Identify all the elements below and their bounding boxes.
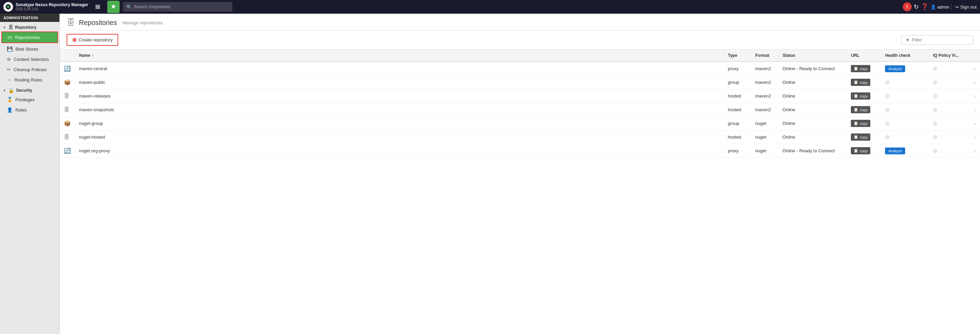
row-url: 📋 copy: [847, 130, 881, 144]
svg-point-1: [7, 5, 9, 8]
row-expand[interactable]: ›: [970, 89, 980, 103]
alert-button[interactable]: !: [903, 2, 912, 11]
sidebar-group-repository[interactable]: ▼ 🗄 Repository: [0, 22, 59, 32]
chevron-right-icon[interactable]: ›: [974, 121, 975, 126]
repo-type-icon: 📦: [64, 120, 71, 126]
row-icon-cell: 📦: [60, 117, 75, 130]
app-name: Sonatype Nexus Repository Manager OSS 3.…: [16, 2, 88, 11]
copy-url-button[interactable]: 📋 copy: [851, 133, 870, 141]
col-header-name[interactable]: Name ↑: [75, 50, 724, 62]
col-header-type[interactable]: Type: [724, 50, 751, 62]
sidebar-item-privileges-label: Privileges: [15, 97, 35, 102]
row-name: maven-snapshots: [75, 103, 724, 117]
analyze-button[interactable]: Analyze: [885, 66, 905, 72]
sidebar-item-content-selectors[interactable]: ⊛ Content Selectors: [0, 54, 59, 64]
repo-type-icon: 🗄: [64, 134, 69, 140]
analyze-button[interactable]: Analyze: [885, 147, 905, 154]
sidebar-group-security[interactable]: ▼ 🔒 Security: [0, 85, 59, 94]
roles-icon: 👤: [7, 107, 13, 113]
copy-url-button[interactable]: 📋 copy: [851, 65, 870, 72]
sidebar-item-content-selectors-label: Content Selectors: [14, 57, 49, 62]
row-expand[interactable]: ›: [970, 62, 980, 76]
signout-button[interactable]: ↪ Sign out: [951, 5, 977, 10]
row-type: proxy: [724, 62, 751, 76]
chevron-right-icon[interactable]: ›: [974, 80, 975, 85]
row-expand[interactable]: ›: [970, 117, 980, 130]
iq-disabled-icon: ⊘: [933, 148, 937, 153]
col-iq-label: IQ Policy Vi...: [933, 53, 959, 58]
row-iq-policy: ⊘: [929, 76, 970, 89]
col-header-health-check[interactable]: Health check: [881, 50, 929, 62]
col-header-url[interactable]: URL: [847, 50, 881, 62]
col-header-format[interactable]: Format: [751, 50, 778, 62]
row-url: 📋 copy: [847, 144, 881, 158]
iq-disabled-icon: ⊘: [933, 66, 937, 72]
search-input[interactable]: [134, 5, 229, 9]
sidebar: Administration ▼ 🗄 Repository 🗃 Reposito…: [0, 14, 60, 334]
arrow-down-icon: ▼: [3, 26, 6, 29]
main-layout: Administration ▼ 🗄 Repository 🗃 Reposito…: [0, 14, 980, 334]
row-expand[interactable]: ›: [970, 103, 980, 117]
row-expand[interactable]: ›: [970, 130, 980, 144]
search-bar[interactable]: 🔍: [123, 2, 232, 12]
row-status: Online: [778, 130, 847, 144]
help-button[interactable]: ❓: [921, 3, 928, 11]
sidebar-item-cleanup-policies[interactable]: ✏ Cleanup Policies: [0, 64, 59, 75]
col-header-iq-policy[interactable]: IQ Policy Vi...: [929, 50, 970, 62]
sidebar-item-roles[interactable]: 👤 Roles: [0, 105, 59, 115]
copy-icon: 📋: [854, 80, 858, 85]
refresh-button[interactable]: ↻: [914, 3, 919, 11]
row-health-check: ⊘: [881, 76, 929, 89]
copy-url-button[interactable]: 📋 copy: [851, 147, 870, 154]
chevron-right-icon[interactable]: ›: [974, 66, 975, 72]
chevron-right-icon[interactable]: ›: [974, 134, 975, 140]
table-row: 🔄 nuget.org-proxy proxy nuget Online - R…: [60, 144, 980, 158]
chevron-right-icon[interactable]: ›: [974, 93, 975, 99]
row-format: nuget: [751, 117, 778, 130]
chevron-right-icon[interactable]: ›: [974, 148, 975, 153]
sidebar-item-repositories[interactable]: 🗃 Repositories: [2, 32, 58, 43]
row-expand[interactable]: ›: [970, 144, 980, 158]
repository-group-icon: 🗄: [8, 25, 13, 30]
row-name: nuget-group: [75, 117, 724, 130]
filter-input[interactable]: [912, 37, 969, 42]
copy-url-button[interactable]: 📋 copy: [851, 106, 870, 113]
sidebar-item-blob-stores[interactable]: 💾 Blob Stores: [0, 44, 59, 54]
row-icon-cell: 🗄: [60, 89, 75, 103]
chevron-right-icon[interactable]: ›: [974, 107, 975, 113]
col-header-arrow: [970, 50, 980, 62]
copy-label: copy: [860, 149, 867, 153]
sidebar-item-privileges[interactable]: 🏅 Privileges: [0, 94, 59, 105]
table-body: 🔄 maven-central proxy maven2 Online - Re…: [60, 62, 980, 158]
copy-label: copy: [860, 121, 867, 126]
table-row: 🗄 nuget-hosted hosted nuget Online 📋 cop…: [60, 130, 980, 144]
sidebar-item-roles-label: Roles: [15, 107, 27, 113]
copy-url-button[interactable]: 📋 copy: [851, 79, 870, 86]
row-health-check: ⊘: [881, 117, 929, 130]
sidebar-item-routing-rules[interactable]: ↔ Routing Rules: [0, 75, 59, 85]
copy-label: copy: [860, 135, 867, 139]
row-expand[interactable]: ›: [970, 76, 980, 89]
iq-disabled-icon: ⊘: [933, 93, 937, 99]
copy-url-button[interactable]: 📋 copy: [851, 120, 870, 127]
col-header-status[interactable]: Status: [778, 50, 847, 62]
user-label: admin: [937, 5, 949, 10]
user-menu[interactable]: 👤 admin: [931, 5, 949, 10]
copy-url-button[interactable]: 📋 copy: [851, 93, 870, 99]
health-disabled-icon: ⊘: [885, 134, 889, 140]
table-row: 🔄 maven-central proxy maven2 Online - Re…: [60, 62, 980, 76]
admin-icon-btn[interactable]: [107, 1, 119, 13]
row-health-check: Analyze: [881, 144, 929, 158]
logo-icon: [3, 2, 13, 12]
col-format-label: Format: [756, 53, 770, 58]
row-format: maven2: [751, 89, 778, 103]
col-status-label: Status: [783, 53, 795, 58]
copy-icon: 📋: [854, 107, 858, 112]
row-icon-cell: 🔄: [60, 144, 75, 158]
browse-icon-btn[interactable]: [92, 1, 104, 13]
page-header-icon: 🗄: [67, 18, 75, 27]
table-row: 🗄 maven-releases hosted maven2 Online 📋 …: [60, 89, 980, 103]
row-name: maven-releases: [75, 89, 724, 103]
app-title: Sonatype Nexus Repository Manager: [16, 2, 88, 7]
create-repository-button[interactable]: ⊕ Create repository: [67, 34, 118, 46]
